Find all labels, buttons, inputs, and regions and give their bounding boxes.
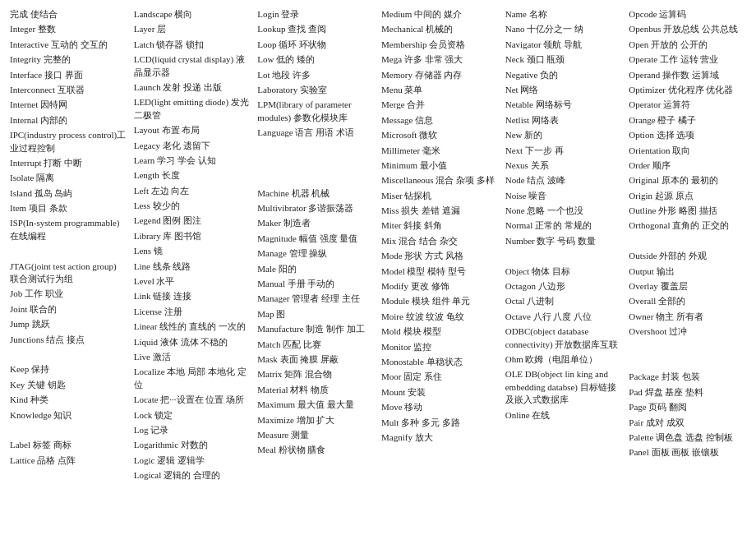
- list-item: Logic 逻辑 逻辑学: [134, 454, 251, 467]
- list-item: [257, 157, 375, 169]
- list-item: Less 较少的: [134, 200, 251, 212]
- list-item: Line 线条 线路: [134, 261, 251, 273]
- list-item: Job 工作 职业: [10, 288, 127, 300]
- list-item: Medium 中间的 媒介: [381, 8, 499, 21]
- list-item: Launch 发射 投递 出版: [134, 81, 251, 94]
- list-item: Neck 颈口 瓶颈: [505, 53, 623, 66]
- list-item: Monitor 监控: [381, 341, 499, 353]
- list-item: Isolate 隔离: [10, 172, 127, 184]
- list-item: Page 页码 翻阅: [629, 401, 746, 413]
- list-item: Open 开放的 公开的: [629, 39, 746, 51]
- list-item: Legend 图例 图注: [134, 214, 251, 227]
- list-item: Jump 跳跃: [10, 318, 127, 330]
- list-item: Memory 存储器 内存: [381, 69, 499, 81]
- list-item: Manager 管理者 经理 主任: [257, 293, 375, 305]
- list-item: Negative 负的: [505, 69, 623, 81]
- list-item: Miss 损失 差错 遮漏: [381, 205, 499, 217]
- list-item: Nexus 关系: [505, 159, 623, 172]
- list-item: Integrity 完整的: [10, 53, 127, 66]
- list-item: Logarithmic 对数的: [134, 439, 251, 451]
- list-item: Maximum 最大值 最大量: [257, 399, 375, 411]
- list-item: Lock 锁定: [134, 409, 251, 422]
- list-item: Interactive 互动的 交互的: [10, 39, 127, 51]
- list-item: Octal 八进制: [505, 295, 623, 307]
- list-item: Overshoot 过冲: [629, 325, 746, 338]
- list-item: Manual 手册 手动的: [257, 278, 375, 290]
- list-item: Joint 联合的: [10, 303, 127, 316]
- list-item: [505, 250, 623, 262]
- list-item: Lens 镜: [134, 245, 251, 257]
- list-item: Internal 内部的: [10, 114, 127, 127]
- list-item: License 注册: [134, 306, 251, 318]
- list-item: Node 结点 波峰: [505, 174, 623, 187]
- list-item: Palette 调色盘 选盘 控制板: [629, 431, 746, 444]
- list-item: Key 关键 钥匙: [10, 379, 127, 391]
- list-item: Meal 粉状物 膳食: [257, 444, 375, 456]
- column-6: Opcode 运算码Openbus 开放总线 公共总线Open 开放的 公开的O…: [625, 8, 749, 485]
- list-item: Logical 逻辑的 合理的: [134, 469, 251, 482]
- list-item: Miser 钻探机: [381, 190, 499, 202]
- list-item: Mechanical 机械的: [381, 23, 499, 35]
- list-item: Mask 表面 掩膜 屏蔽: [257, 353, 375, 366]
- list-item: Low 低的 矮的: [257, 53, 375, 66]
- list-item: Mix 混合 结合 杂交: [381, 235, 499, 247]
- list-item: [10, 424, 127, 436]
- list-item: Latch 锁存器 锁扣: [134, 39, 251, 51]
- list-item: Left 左边 向左: [134, 185, 251, 197]
- list-item: Millimeter 毫米: [381, 145, 499, 157]
- list-item: Normal 正常的 常规的: [505, 219, 623, 232]
- list-item: Male 阳的: [257, 263, 375, 275]
- list-item: Output 输出: [629, 265, 746, 278]
- list-item: Moor 固定 系住: [381, 371, 499, 383]
- list-item: Name 名称: [505, 8, 623, 21]
- list-item: Netable 网络标号: [505, 99, 623, 111]
- list-item: Move 移动: [381, 401, 499, 413]
- list-item: Map 图: [257, 308, 375, 321]
- list-item: Operate 工作 运转 营业: [629, 53, 746, 66]
- list-item: New 新的: [505, 129, 623, 141]
- list-item: None 忽略 一个也没: [505, 205, 623, 217]
- list-item: Lot 地段 许多: [257, 69, 375, 81]
- list-item: Kind 种类: [10, 394, 127, 406]
- list-item: Orientation 取向: [629, 145, 746, 157]
- list-item: Item 项目 条款: [10, 202, 127, 214]
- list-item: Length 长度: [134, 169, 251, 182]
- list-item: Minimum 最小值: [381, 159, 499, 172]
- list-item: [257, 172, 375, 184]
- list-item: Pair 成对 成双: [629, 417, 746, 429]
- list-item: Multivibrator 多谐振荡器: [257, 202, 375, 214]
- list-item: Operand 操作数 运算域: [629, 69, 746, 81]
- list-item: Menu 菜单: [381, 84, 499, 96]
- list-item: Laboratory 实验室: [257, 84, 375, 96]
- list-item: Library 库 图书馆: [134, 230, 251, 242]
- list-item: Link 链接 连接: [134, 290, 251, 302]
- list-item: Magnitude 幅值 强度 量值: [257, 233, 375, 245]
- list-item: Legacy 老化 遗留下: [134, 140, 251, 152]
- list-item: [629, 235, 746, 247]
- list-item: ISP(In-system programmable)在线编程: [10, 217, 127, 242]
- list-item: Mount 安装: [381, 386, 499, 399]
- list-item: Order 顺序: [629, 159, 746, 172]
- column-1: 完成 使结合Integer 整数Interactive 互动的 交互的Integ…: [7, 8, 131, 485]
- list-item: ODBC(object database connectivity) 开放数据库…: [505, 325, 623, 351]
- list-item: Layout 布置 布局: [134, 124, 251, 136]
- list-item: Optimizer 优化程序 优化器: [629, 84, 746, 96]
- list-item: Interrupt 打断 中断: [10, 157, 127, 169]
- list-item: Mode 形状 方式 风格: [381, 250, 499, 262]
- list-item: Octagon 八边形: [505, 280, 623, 293]
- column-2: Landscape 横向Layer 层Latch 锁存器 锁扣LCD(liqui…: [131, 8, 255, 485]
- list-item: 完成 使结合: [10, 8, 127, 21]
- list-item: LCD(liquid crystal display) 液晶显示器: [134, 53, 251, 79]
- list-item: Machine 机器 机械: [257, 187, 375, 200]
- list-item: Manage 管理 操纵: [257, 247, 375, 260]
- list-item: Panel 面板 画板 嵌镶板: [629, 446, 746, 459]
- list-item: Junctions 结点 接点: [10, 334, 127, 346]
- list-item: Openbus 开放总线 公共总线: [629, 23, 746, 35]
- list-item: Miter 斜接 斜角: [381, 219, 499, 232]
- list-item: [10, 348, 127, 361]
- list-item: Knowledge 知识: [10, 409, 127, 422]
- list-item: Keep 保持: [10, 363, 127, 376]
- list-item: Internet 因特网: [10, 99, 127, 111]
- list-item: Integer 整数: [10, 23, 127, 35]
- list-item: Original 原本的 最初的: [629, 174, 746, 187]
